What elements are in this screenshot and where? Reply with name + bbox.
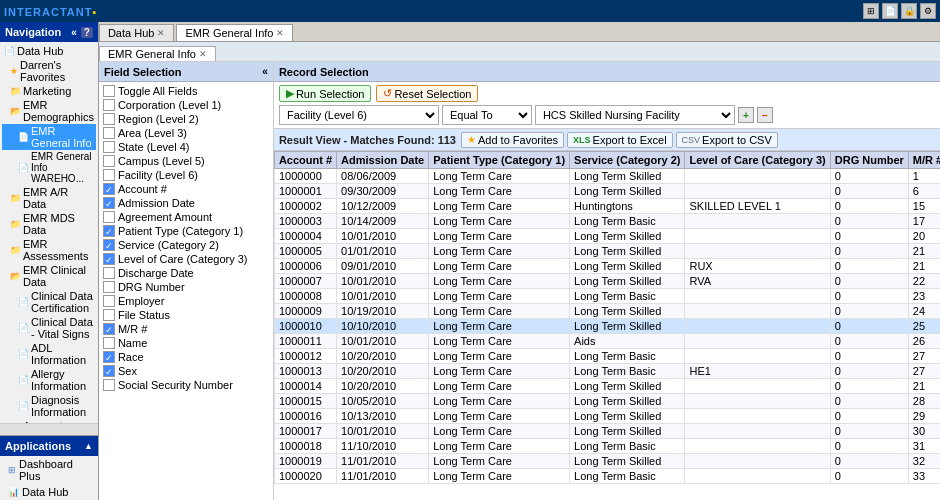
export-csv-button[interactable]: CSV Export to CSV: [676, 132, 778, 148]
field-agreement[interactable]: Agreement Amount: [101, 210, 271, 224]
sidebar-scrollbar[interactable]: [0, 423, 98, 435]
field-employer-checkbox[interactable]: [103, 295, 115, 307]
field-drg-checkbox[interactable]: [103, 281, 115, 293]
filter-operator-select[interactable]: Equal To: [442, 105, 532, 125]
table-row[interactable]: 1000020 11/01/2010 Long Term Care Long T…: [274, 469, 940, 484]
toggle-all-fields[interactable]: Toggle All Fields: [101, 84, 271, 98]
table-row[interactable]: 1000005 01/01/2010 Long Term Care Long T…: [274, 244, 940, 259]
toggle-all-checkbox[interactable]: [103, 85, 115, 97]
filter-field-select[interactable]: Facility (Level 6): [279, 105, 439, 125]
run-selection-button[interactable]: ▶ Run Selection: [279, 85, 372, 102]
field-selection-collapse-icon[interactable]: «: [262, 66, 268, 77]
field-sex[interactable]: Sex: [101, 364, 271, 378]
table-row[interactable]: 1000013 10/20/2010 Long Term Care Long T…: [274, 364, 940, 379]
tab-data-hub[interactable]: Data Hub ✕: [99, 24, 174, 41]
table-row[interactable]: 1000007 10/01/2010 Long Term Care Long T…: [274, 274, 940, 289]
sidebar-item-emr-ar[interactable]: 📁 EMR A/R Data: [2, 185, 96, 211]
field-level-care[interactable]: Level of Care (Category 3): [101, 252, 271, 266]
field-area[interactable]: Area (Level 3): [101, 126, 271, 140]
field-campus[interactable]: Campus (Level 5): [101, 154, 271, 168]
sidebar-item-clinical-vs[interactable]: 📄 Clinical Data - Vital Signs: [2, 315, 96, 341]
table-row[interactable]: 1000006 09/01/2010 Long Term Care Long T…: [274, 259, 940, 274]
field-account-checkbox[interactable]: [103, 183, 115, 195]
field-employer[interactable]: Employer: [101, 294, 271, 308]
field-race-checkbox[interactable]: [103, 351, 115, 363]
add-to-favorites-button[interactable]: ★ Add to Favorites: [461, 132, 564, 148]
sidebar-item-clinical-cert[interactable]: 📄 Clinical Data Certification: [2, 289, 96, 315]
field-facility[interactable]: Facility (Level 6): [101, 168, 271, 182]
field-state[interactable]: State (Level 4): [101, 140, 271, 154]
field-patient-type[interactable]: Patient Type (Category 1): [101, 224, 271, 238]
field-name-checkbox[interactable]: [103, 337, 115, 349]
field-file-status[interactable]: File Status: [101, 308, 271, 322]
field-patient-type-checkbox[interactable]: [103, 225, 115, 237]
data-table-container[interactable]: Account # Admission Date Patient Type (C…: [274, 151, 940, 500]
field-discharge-checkbox[interactable]: [103, 267, 115, 279]
filter-remove-button[interactable]: −: [757, 107, 773, 123]
table-row[interactable]: 1000004 10/01/2010 Long Term Care Long T…: [274, 229, 940, 244]
field-file-status-checkbox[interactable]: [103, 309, 115, 321]
field-mjr[interactable]: M/R #: [101, 322, 271, 336]
sidebar-item-allergy[interactable]: 📄 Allergy Information: [2, 367, 96, 393]
filter-value-select[interactable]: HCS Skilled Nursing Facility: [535, 105, 735, 125]
sidebar-item-emr-clinical[interactable]: 📂 EMR Clinical Data: [2, 263, 96, 289]
sidebar-item-data-hub[interactable]: 📄 Data Hub: [2, 44, 96, 58]
table-row[interactable]: 1000017 10/01/2010 Long Term Care Long T…: [274, 424, 940, 439]
field-level-care-checkbox[interactable]: [103, 253, 115, 265]
export-excel-button[interactable]: XLS Export to Excel: [567, 132, 673, 148]
table-row[interactable]: 1000015 10/05/2010 Long Term Care Long T…: [274, 394, 940, 409]
field-discharge[interactable]: Discharge Date: [101, 266, 271, 280]
filter-add-button[interactable]: +: [738, 107, 754, 123]
field-ssn-checkbox[interactable]: [103, 379, 115, 391]
table-row[interactable]: 1000000 08/06/2009 Long Term Care Long T…: [274, 169, 940, 184]
icon-2[interactable]: 📄: [882, 3, 898, 19]
field-drg[interactable]: DRG Number: [101, 280, 271, 294]
icon-3[interactable]: 🔒: [901, 3, 917, 19]
table-row[interactable]: 1000016 10/13/2010 Long Term Care Long T…: [274, 409, 940, 424]
sidebar-item-emr-demo[interactable]: 📂 EMR Demographics: [2, 98, 96, 124]
table-row[interactable]: 1000019 11/01/2010 Long Term Care Long T…: [274, 454, 940, 469]
table-row[interactable]: 1000009 10/19/2010 Long Term Care Long T…: [274, 304, 940, 319]
field-corp-checkbox[interactable]: [103, 99, 115, 111]
sidebar-item-emr-warehouse[interactable]: 📄 EMR General Info WAREHO...: [2, 150, 96, 185]
table-row[interactable]: 1000011 10/01/2010 Long Term Care Aids 0…: [274, 334, 940, 349]
field-service-checkbox[interactable]: [103, 239, 115, 251]
table-row[interactable]: 1000001 09/30/2009 Long Term Care Long T…: [274, 184, 940, 199]
table-row[interactable]: 1000014 10/20/2010 Long Term Care Long T…: [274, 379, 940, 394]
sidebar-item-emr-assess[interactable]: 📁 EMR Assessments: [2, 237, 96, 263]
sidebar-item-emr-general[interactable]: 📄 EMR General Info: [2, 124, 96, 150]
sidebar-item-marketing[interactable]: 📁 Marketing: [2, 84, 96, 98]
field-admission-checkbox[interactable]: [103, 197, 115, 209]
field-mjr-checkbox[interactable]: [103, 323, 115, 335]
table-row[interactable]: 1000002 10/12/2009 Long Term Care Huntin…: [274, 199, 940, 214]
field-admission[interactable]: Admission Date: [101, 196, 271, 210]
field-account[interactable]: Account #: [101, 182, 271, 196]
field-race[interactable]: Race: [101, 350, 271, 364]
tab-emr-general[interactable]: EMR General Info ✕: [176, 24, 293, 41]
field-region[interactable]: Region (Level 2): [101, 112, 271, 126]
tab-close-icon[interactable]: ✕: [276, 28, 284, 38]
sidebar-item-dashboard[interactable]: ⊞ Dashboard Plus: [0, 456, 98, 484]
icon-4[interactable]: ⚙: [920, 3, 936, 19]
field-facility-checkbox[interactable]: [103, 169, 115, 181]
table-row[interactable]: 1000010 10/10/2010 Long Term Care Long T…: [274, 319, 940, 334]
field-area-checkbox[interactable]: [103, 127, 115, 139]
sidebar-item-diagnosis[interactable]: 📄 Diagnosis Information: [2, 393, 96, 419]
sidebar-item-data-hub-app[interactable]: 📊 Data Hub: [0, 484, 98, 500]
table-row[interactable]: 1000018 11/10/2010 Long Term Care Long T…: [274, 439, 940, 454]
field-region-checkbox[interactable]: [103, 113, 115, 125]
sub-tab-emr-gen[interactable]: EMR General Info ✕: [99, 46, 216, 61]
sub-tab-close-icon[interactable]: ✕: [199, 49, 207, 59]
field-corporation[interactable]: Corporation (Level 1): [101, 98, 271, 112]
field-name[interactable]: Name: [101, 336, 271, 350]
applications-header[interactable]: Applications ▲: [0, 436, 98, 456]
field-ssn[interactable]: Social Security Number: [101, 378, 271, 392]
sidebar-nav-prev[interactable]: «: [71, 27, 77, 38]
reset-selection-button[interactable]: ↺ Reset Selection: [376, 85, 478, 102]
sidebar-nav-help[interactable]: ?: [81, 27, 93, 38]
field-agreement-checkbox[interactable]: [103, 211, 115, 223]
tab-close-icon[interactable]: ✕: [157, 28, 165, 38]
icon-1[interactable]: ⊞: [863, 3, 879, 19]
table-row[interactable]: 1000008 10/01/2010 Long Term Care Long T…: [274, 289, 940, 304]
sidebar-item-emr-mds[interactable]: 📁 EMR MDS Data: [2, 211, 96, 237]
